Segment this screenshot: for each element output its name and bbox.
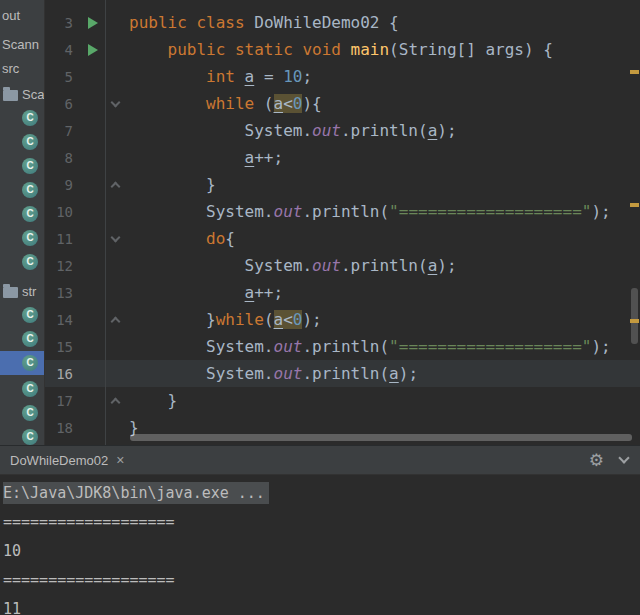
- line-number: 6: [45, 96, 81, 112]
- sidebar-item[interactable]: C: [0, 178, 44, 202]
- code-token: 0: [293, 310, 303, 329]
- code-text[interactable]: public class DoWhileDemo02 {: [125, 9, 399, 36]
- sidebar-item[interactable]: C: [0, 154, 44, 178]
- sidebar-item[interactable]: C: [0, 226, 44, 250]
- code-text[interactable]: }while(a<0);: [125, 306, 322, 333]
- error-stripe-mark[interactable]: [630, 70, 639, 74]
- sidebar-item[interactable]: C: [0, 303, 44, 327]
- editor-line[interactable]: 3public class DoWhileDemo02 {: [45, 9, 640, 36]
- code-token: );: [302, 310, 321, 329]
- error-stripe-mark[interactable]: [630, 203, 639, 207]
- code-text[interactable]: System.out.println(a);: [125, 117, 457, 144]
- editor-line[interactable]: 12 System.out.println(a);: [45, 252, 640, 279]
- code-token: .println(: [341, 256, 428, 275]
- fold-down-icon: [111, 232, 121, 242]
- line-number: 12: [45, 258, 81, 274]
- editor-line[interactable]: 5 int a = 10;: [45, 63, 640, 90]
- project-sidebar[interactable]: outScannsrcScaCCCCCCCstrCCCCCC: [0, 0, 45, 445]
- code-text[interactable]: System.out.println("==================="…: [125, 198, 611, 225]
- fold-slot[interactable]: [106, 102, 125, 106]
- gear-icon[interactable]: ⚙: [589, 452, 604, 469]
- sidebar-item[interactable]: C: [0, 130, 44, 154]
- sidebar-item[interactable]: C: [0, 327, 44, 351]
- fold-slot[interactable]: [106, 237, 125, 241]
- sidebar-item[interactable]: C: [0, 401, 44, 425]
- code-token: ;: [302, 67, 312, 86]
- run-button[interactable]: [81, 17, 105, 29]
- editor-line[interactable]: 8 a++;: [45, 144, 640, 171]
- class-icon: C: [22, 182, 38, 198]
- code-token: static: [235, 40, 293, 59]
- code-token: main: [351, 40, 390, 59]
- code-token: );: [591, 337, 610, 356]
- code-token: System.: [129, 121, 312, 140]
- line-number: 13: [45, 285, 81, 301]
- editor-line[interactable]: 14 }while(a<0);: [45, 306, 640, 333]
- sidebar-item[interactable]: C: [0, 106, 44, 130]
- console-line[interactable]: 11: [3, 595, 640, 615]
- code-text[interactable]: System.out.println("==================="…: [125, 333, 611, 360]
- editor-pane[interactable]: 3public class DoWhileDemo02 {4 public st…: [45, 0, 640, 445]
- sidebar-item[interactable]: C: [0, 202, 44, 226]
- vertical-scrollbar[interactable]: [631, 288, 638, 344]
- code-token: while: [206, 94, 254, 113]
- editor-line[interactable]: 7 System.out.println(a);: [45, 117, 640, 144]
- sidebar-item[interactable]: str: [0, 279, 44, 303]
- console-line-text: ===================: [3, 513, 175, 531]
- editor-line[interactable]: 13 a++;: [45, 279, 640, 306]
- fold-slot[interactable]: [106, 315, 125, 325]
- code-token: a: [389, 364, 399, 383]
- editor-line[interactable]: 4 public static void main(String[] args)…: [45, 36, 640, 63]
- editor-line[interactable]: 9 }: [45, 171, 640, 198]
- editor-line[interactable]: 17 }: [45, 387, 640, 414]
- code-text[interactable]: public static void main(String[] args) {: [125, 36, 553, 63]
- run-tab[interactable]: DoWhileDemo02 ×: [0, 446, 134, 474]
- sidebar-item[interactable]: Scann: [0, 32, 44, 56]
- fold-slot[interactable]: [106, 396, 125, 406]
- editor-line[interactable]: 6 while (a<0){: [45, 90, 640, 117]
- hide-panel-icon[interactable]: [620, 458, 628, 462]
- class-icon: C: [22, 110, 38, 126]
- run-tab-label: DoWhileDemo02: [10, 453, 108, 468]
- sidebar-item[interactable]: C: [0, 250, 44, 274]
- code-text[interactable]: do{: [125, 225, 235, 252]
- ide-window: outScannsrcScaCCCCCCCstrCCCCCC 3public c…: [0, 0, 640, 615]
- run-button[interactable]: [81, 44, 105, 56]
- console-line[interactable]: ===================: [3, 508, 640, 537]
- code-token: {: [225, 229, 235, 248]
- console-output[interactable]: E:\Java\JDK8\bin\java.exe ...===========…: [0, 475, 640, 615]
- code-token: class: [196, 13, 244, 32]
- console-line[interactable]: ===================: [3, 566, 640, 595]
- editor-line[interactable]: 11 do{: [45, 225, 640, 252]
- code-token: [129, 148, 245, 167]
- class-icon: C: [22, 230, 38, 246]
- editor-line[interactable]: 16 System.out.println(a);: [45, 360, 640, 387]
- code-token: }: [129, 310, 216, 329]
- editor-line[interactable]: 10 System.out.println("=================…: [45, 198, 640, 225]
- horizontal-scrollbar[interactable]: [130, 434, 632, 441]
- code-text[interactable]: int a = 10;: [125, 63, 312, 90]
- error-stripe-mark[interactable]: [630, 319, 639, 323]
- sidebar-item[interactable]: C: [0, 425, 44, 445]
- close-icon[interactable]: ×: [116, 452, 124, 468]
- code-token: do: [206, 229, 225, 248]
- code-text[interactable]: while (a<0){: [125, 90, 322, 117]
- code-text[interactable]: a++;: [125, 279, 283, 306]
- console-line[interactable]: 10: [3, 537, 640, 566]
- code-text[interactable]: System.out.println(a);: [125, 252, 457, 279]
- sidebar-item[interactable]: out: [0, 3, 44, 27]
- sidebar-item[interactable]: C: [0, 377, 44, 401]
- code-text[interactable]: }: [125, 387, 177, 414]
- sidebar-item[interactable]: C: [0, 351, 44, 375]
- class-icon: C: [22, 381, 38, 397]
- console-line[interactable]: E:\Java\JDK8\bin\java.exe ...: [3, 479, 640, 508]
- code-token: out: [274, 202, 303, 221]
- fold-slot[interactable]: [106, 180, 125, 190]
- code-token: a: [428, 256, 438, 275]
- code-text[interactable]: }: [125, 171, 216, 198]
- code-text[interactable]: a++;: [125, 144, 283, 171]
- sidebar-item[interactable]: src: [0, 56, 44, 80]
- sidebar-item[interactable]: Sca: [0, 82, 44, 106]
- code-text[interactable]: System.out.println(a);: [125, 360, 418, 387]
- editor-line[interactable]: 15 System.out.println("=================…: [45, 333, 640, 360]
